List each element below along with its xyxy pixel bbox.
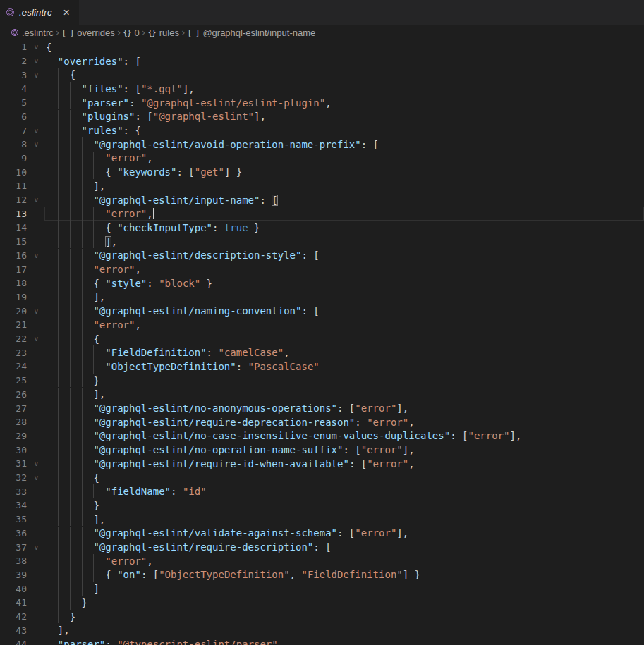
chevron-down-icon[interactable]: ∨ <box>27 335 46 343</box>
code-token: { <box>93 278 105 289</box>
line-number: 4 <box>0 83 27 94</box>
code-token: "block" <box>159 278 200 289</box>
code-token: "ObjectTypeDefinition" <box>159 569 289 580</box>
code-text: { "keywords": ["get"] } <box>46 165 242 179</box>
code-line: 26], <box>0 388 644 402</box>
indent-guide <box>58 512 59 527</box>
line-number: 36 <box>0 528 27 539</box>
code-line: 41} <box>0 596 644 610</box>
code-text: "@graphql-eslint/no-anonymous-operations… <box>46 401 408 415</box>
code-token: "@graphql-eslint/avoid-operation-name-pr… <box>93 139 360 150</box>
indent-guide <box>82 249 83 263</box>
close-icon[interactable]: × <box>62 7 71 18</box>
chevron-down-icon[interactable]: ∨ <box>27 307 46 315</box>
code-line: 10{ "keywords": ["get"] } <box>0 165 644 179</box>
code-token: "@graphql-eslint/validate-against-schema… <box>93 527 337 539</box>
indent-guide <box>70 152 71 166</box>
code-line: 34} <box>0 498 644 512</box>
chevron-down-icon[interactable]: ∨ <box>27 543 46 551</box>
indent-guide <box>70 401 71 415</box>
code-token: , <box>147 208 152 219</box>
breadcrumb-item[interactable]: {}rules <box>147 27 178 38</box>
indent-guide <box>58 345 59 360</box>
chevron-down-icon[interactable]: ∨ <box>27 196 46 204</box>
code-token: { <box>46 42 51 53</box>
indent-guide <box>58 596 59 610</box>
indent-guide <box>82 318 83 332</box>
line-number: 39 <box>0 570 27 580</box>
chevron-down-icon[interactable]: ∨ <box>27 71 46 79</box>
line-number: 32 <box>0 472 27 483</box>
indent-guide <box>82 443 83 457</box>
indent-guide <box>82 137 83 152</box>
chevron-down-icon[interactable]: ∨ <box>27 57 46 65</box>
code-text: "ObjectTypeDefinition": "PascalCase" <box>46 360 320 374</box>
code-token: : { <box>123 125 141 136</box>
code-token: : [ <box>141 569 159 580</box>
code-editor[interactable]: 1∨{2∨"overrides": [3∨{4"files": ["*.gql"… <box>0 40 644 645</box>
code-text: ] <box>46 582 99 596</box>
code-token: { <box>93 472 99 484</box>
code-token: "FieldDefinition" <box>301 569 402 580</box>
indent-guide <box>58 207 59 221</box>
code-text: { <box>46 40 51 54</box>
code-line: 7∨"rules": { <box>0 123 644 137</box>
indent-guide <box>58 568 59 582</box>
indent-guide <box>93 360 94 374</box>
code-token: "error" <box>355 527 396 539</box>
code-line: 9"error", <box>0 152 644 166</box>
code-line: 8∨"@graphql-eslint/avoid-operation-name-… <box>0 137 644 152</box>
code-line: 37∨"@graphql-eslint/require-description"… <box>0 540 644 554</box>
code-token: ], <box>183 83 195 94</box>
breadcrumb-item[interactable]: .eslintrc <box>11 27 54 38</box>
code-token: : <box>260 195 272 206</box>
code-token: "style" <box>105 278 147 289</box>
indent-guide <box>82 415 83 429</box>
code-token: "keywords" <box>117 166 176 178</box>
array-symbol-icon: [ ] <box>61 28 73 37</box>
chevron-down-icon[interactable]: ∨ <box>27 127 46 135</box>
indent-guide <box>82 512 83 527</box>
code-token: } <box>70 611 75 622</box>
code-text: "error", <box>46 318 141 332</box>
indent-guide <box>58 582 59 596</box>
code-text: { "on": ["ObjectTypeDefinition", "FieldD… <box>46 568 420 582</box>
chevron-down-icon[interactable]: ∨ <box>27 140 46 148</box>
indent-guide <box>70 304 71 318</box>
code-text: "error", <box>46 207 154 221</box>
code-line: 17"error", <box>0 262 644 276</box>
chevron-down-icon[interactable]: ∨ <box>27 474 46 481</box>
eslint-icon <box>11 29 18 36</box>
chevron-down-icon[interactable]: ∨ <box>27 460 46 467</box>
code-line: 12∨"@graphql-eslint/input-name": [ <box>0 193 644 207</box>
code-line: 28"@graphql-eslint/require-deprecation-r… <box>0 415 644 429</box>
indent-guide <box>58 429 59 443</box>
code-token: , <box>135 264 140 275</box>
code-token: "plugins" <box>82 111 135 122</box>
code-token: "PascalCase" <box>248 361 320 372</box>
line-number: 35 <box>0 514 27 524</box>
chevron-down-icon[interactable]: ∨ <box>27 252 46 259</box>
chevron-down-icon[interactable]: ∨ <box>27 43 46 51</box>
breadcrumb-label: 0 <box>135 27 140 38</box>
indent-guide <box>82 332 83 346</box>
breadcrumb-item[interactable]: {}0 <box>123 27 139 38</box>
indent-guide <box>82 207 83 221</box>
code-text: "@graphql-eslint/avoid-operation-name-pr… <box>46 137 379 152</box>
line-number: 33 <box>0 486 27 497</box>
code-token: { <box>93 333 99 345</box>
code-token: "@graphql-eslint/require-id-when-availab… <box>93 458 348 469</box>
code-token: "@graphql-eslint/no-anonymous-operations… <box>93 403 337 414</box>
code-token: : <box>105 639 117 645</box>
breadcrumb-item[interactable]: [ ]overrides <box>61 27 114 38</box>
breadcrumb-item[interactable]: [ ]@graphql-eslint/input-name <box>188 27 316 38</box>
breadcrumb-separator-icon: › <box>117 27 121 38</box>
indent-guide <box>70 276 71 290</box>
code-token: "overrides" <box>58 56 123 67</box>
code-line: 32∨{ <box>0 471 644 485</box>
line-number: 14 <box>0 222 27 233</box>
code-text: "@graphql-eslint/require-id-when-availab… <box>46 457 415 471</box>
code-token: ], <box>93 180 105 192</box>
indent-guide <box>70 318 71 332</box>
tab-eslintrc[interactable]: .eslintrc × <box>0 0 79 25</box>
